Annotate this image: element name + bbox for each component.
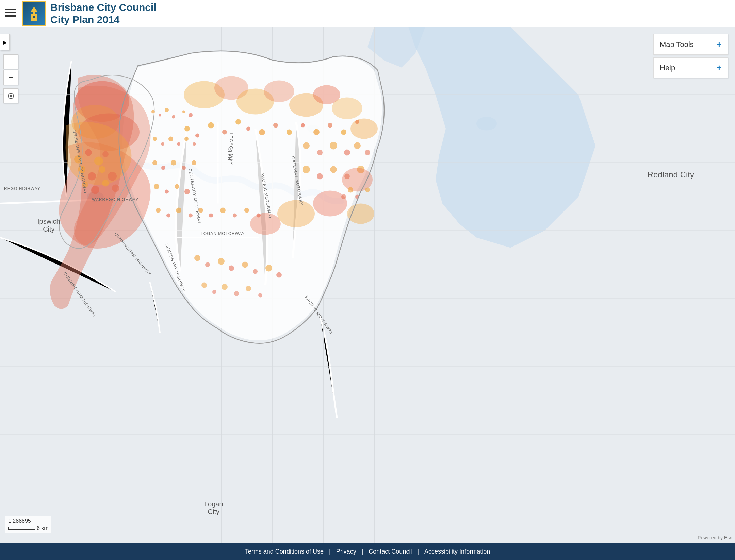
svg-point-40 (222, 130, 227, 135)
svg-point-117 (277, 200, 315, 227)
map-tools-expand-icon: + (717, 39, 722, 50)
svg-rect-2 (5, 15, 16, 17)
svg-point-116 (313, 191, 347, 217)
svg-rect-1 (5, 12, 16, 13)
svg-point-90 (168, 137, 173, 141)
svg-point-110 (233, 214, 237, 218)
svg-point-77 (303, 166, 310, 173)
svg-point-64 (205, 262, 210, 267)
svg-point-61 (102, 180, 109, 187)
map-tools-panel: Map Tools + Help + (653, 34, 728, 78)
svg-point-126 (234, 291, 239, 296)
svg-point-115 (347, 204, 374, 224)
svg-point-57 (99, 166, 105, 173)
svg-point-130 (10, 95, 12, 97)
svg-point-74 (344, 150, 350, 156)
svg-point-60 (91, 186, 99, 194)
svg-point-43 (259, 129, 265, 135)
map-tools-label: Map Tools (660, 40, 694, 49)
svg-point-89 (161, 142, 164, 146)
svg-point-101 (175, 184, 179, 189)
help-label: Help (660, 64, 675, 72)
svg-point-67 (242, 262, 248, 268)
map-tools-row[interactable]: Map Tools + (653, 34, 728, 55)
svg-point-85 (172, 115, 175, 119)
svg-point-36 (332, 98, 362, 119)
svg-point-62 (112, 185, 119, 192)
hamburger-menu-icon[interactable] (5, 8, 16, 19)
contact-link[interactable]: Contact Council (369, 548, 412, 555)
svg-point-11 (476, 117, 497, 131)
chevron-right-icon: ▶ (3, 39, 7, 46)
logo-container (22, 1, 46, 26)
svg-point-79 (330, 166, 337, 173)
svg-point-97 (182, 166, 186, 170)
svg-point-53 (94, 157, 103, 166)
svg-point-38 (195, 134, 199, 138)
svg-point-94 (152, 160, 157, 165)
svg-point-73 (330, 142, 337, 150)
svg-point-91 (177, 142, 180, 146)
svg-point-66 (229, 266, 234, 271)
svg-point-56 (88, 172, 96, 181)
svg-point-108 (209, 214, 213, 218)
svg-point-47 (313, 129, 320, 135)
svg-point-118 (250, 213, 281, 235)
svg-point-83 (159, 114, 161, 117)
esri-attribution: Powered by Esri (698, 535, 732, 540)
svg-point-86 (182, 111, 185, 113)
svg-point-39 (208, 122, 214, 129)
svg-point-78 (317, 173, 323, 180)
svg-point-123 (201, 283, 207, 288)
app-subtitle: City Plan 2014 (50, 14, 157, 26)
svg-point-49 (341, 130, 346, 135)
svg-point-99 (154, 184, 159, 189)
footer-divider-1: | (329, 548, 331, 555)
svg-point-87 (189, 113, 193, 117)
svg-point-44 (273, 123, 278, 128)
zoom-in-button[interactable]: + (3, 54, 18, 69)
accessibility-link[interactable]: Accessibility Information (424, 548, 490, 555)
council-logo (22, 1, 46, 26)
svg-point-93 (193, 142, 196, 146)
map-area[interactable]: ▶ + − Map Tools + Help + LEGACY WAY OLE (0, 27, 735, 543)
svg-point-121 (348, 187, 353, 193)
svg-point-125 (222, 284, 228, 290)
scale-bar: 1:288895 6 km (5, 516, 51, 533)
svg-point-72 (317, 150, 323, 155)
svg-point-102 (184, 189, 190, 194)
svg-point-55 (78, 166, 85, 173)
locate-button[interactable] (3, 88, 18, 103)
svg-rect-0 (5, 9, 16, 10)
svg-point-104 (166, 214, 170, 218)
svg-point-122 (341, 194, 346, 199)
svg-point-92 (184, 137, 189, 141)
svg-point-88 (153, 137, 157, 141)
svg-point-98 (192, 160, 196, 165)
terms-link[interactable]: Terms and Conditions of Use (245, 548, 324, 555)
svg-point-63 (194, 255, 200, 261)
svg-point-46 (301, 123, 305, 128)
app-title: Brisbane City Council (50, 1, 157, 14)
svg-point-69 (265, 265, 272, 272)
svg-point-119 (365, 188, 370, 192)
svg-point-65 (218, 258, 225, 265)
svg-point-58 (108, 172, 117, 181)
zoom-out-button[interactable]: − (3, 70, 18, 85)
svg-point-107 (198, 208, 203, 213)
svg-point-96 (171, 160, 176, 166)
svg-point-113 (350, 119, 378, 139)
svg-point-42 (246, 127, 250, 131)
left-panel-toggle[interactable]: ▶ (0, 34, 10, 50)
svg-point-68 (253, 269, 258, 274)
svg-point-105 (176, 208, 181, 213)
scale-line-container: 6 km (8, 525, 49, 531)
privacy-link[interactable]: Privacy (336, 548, 356, 555)
svg-point-106 (189, 214, 193, 218)
zoom-controls: + − (3, 54, 18, 103)
map-background (0, 27, 735, 543)
help-row[interactable]: Help + (653, 57, 728, 78)
help-expand-icon: + (717, 63, 722, 73)
svg-point-124 (212, 290, 216, 294)
svg-point-76 (365, 150, 370, 155)
